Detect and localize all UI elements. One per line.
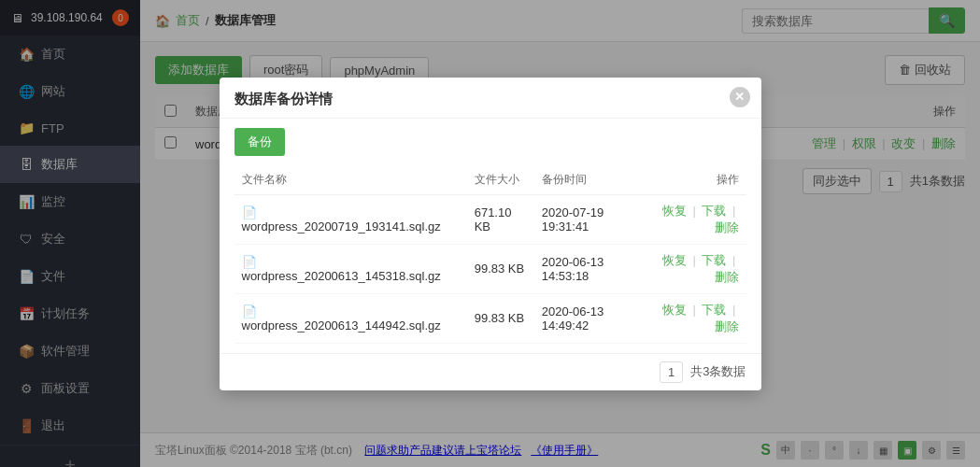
backup-row: 📄 wordpress_20200719_193141.sql.gz 671.1…: [234, 194, 746, 244]
file-icon: 📄: [242, 304, 257, 318]
backup-time: 2020-07-19 19:31:41: [534, 194, 647, 244]
backup-modal: 数据库备份详情 ✕ 备份 文件名称 文件大小 备份时间 操作: [220, 78, 761, 390]
file-icon: 📄: [242, 205, 257, 219]
modal-title: 数据库备份详情: [234, 91, 333, 106]
backup-row: 📄 wordpress_20200613_145318.sql.gz 99.83…: [234, 244, 746, 293]
backup-filename: 📄 wordpress_20200719_193141.sql.gz: [234, 194, 467, 244]
action-download[interactable]: 下载: [702, 303, 726, 317]
file-icon: 📄: [242, 255, 257, 269]
modal-header: 数据库备份详情: [220, 78, 761, 119]
modal-toolbar: 备份: [220, 119, 761, 165]
modal-page-number: 1: [660, 361, 683, 383]
action-restore[interactable]: 恢复: [662, 303, 687, 317]
backup-size: 671.10 KB: [467, 194, 534, 244]
action-restore[interactable]: 恢复: [662, 253, 687, 267]
backup-table: 文件名称 文件大小 备份时间 操作 📄 wordpress_20200719_1…: [234, 165, 746, 344]
backup-row: 📄 wordpress_20200613_144942.sql.gz 99.83…: [234, 293, 746, 343]
action-delete-backup[interactable]: 删除: [715, 319, 739, 333]
col-backup-time: 备份时间: [534, 165, 647, 195]
modal-close-button[interactable]: ✕: [730, 87, 750, 107]
backup-actions: 恢复 | 下载 | 删除: [647, 293, 746, 343]
col-filename: 文件名称: [234, 165, 467, 195]
action-delete-backup[interactable]: 删除: [715, 220, 739, 234]
modal-overlay[interactable]: 数据库备份详情 ✕ 备份 文件名称 文件大小 备份时间 操作: [0, 0, 980, 467]
backup-actions: 恢复 | 下载 | 删除: [647, 194, 746, 244]
col-filesize: 文件大小: [467, 165, 534, 195]
action-download[interactable]: 下载: [702, 253, 726, 267]
backup-size: 99.83 KB: [467, 244, 534, 293]
backup-button[interactable]: 备份: [234, 128, 285, 156]
modal-body: 文件名称 文件大小 备份时间 操作 📄 wordpress_20200719_1…: [220, 165, 761, 353]
backup-time: 2020-06-13 14:49:42: [534, 293, 647, 343]
close-icon: ✕: [734, 90, 745, 104]
backup-actions: 恢复 | 下载 | 删除: [647, 244, 746, 293]
backup-time: 2020-06-13 14:53:18: [534, 244, 647, 293]
action-restore[interactable]: 恢复: [662, 204, 687, 218]
modal-footer: 1 共3条数据: [220, 353, 761, 390]
backup-size: 99.83 KB: [467, 293, 534, 343]
backup-filename: 📄 wordpress_20200613_144942.sql.gz: [234, 293, 467, 343]
modal-total-records: 共3条数据: [690, 363, 746, 380]
action-delete-backup[interactable]: 删除: [715, 270, 739, 284]
backup-filename: 📄 wordpress_20200613_145318.sql.gz: [234, 244, 467, 293]
action-download[interactable]: 下载: [702, 204, 726, 218]
col-backup-actions: 操作: [647, 165, 746, 195]
